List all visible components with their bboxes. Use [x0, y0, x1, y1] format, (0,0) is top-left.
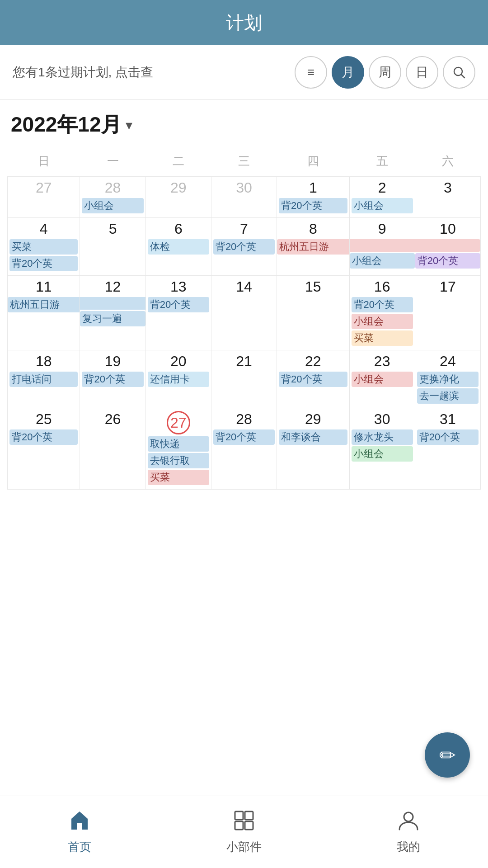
cal-cell-dec30[interactable]: 30 修水龙头 小组会 — [349, 408, 415, 490]
cal-cell-nov29[interactable]: 29 — [145, 177, 211, 218]
cal-cell-dec1[interactable]: 1 背20个英 — [277, 177, 349, 218]
event-dec16-3[interactable]: 买菜 — [352, 330, 413, 346]
cal-cell-dec9[interactable]: 9 小组会 — [349, 218, 415, 276]
week-view-button[interactable]: 周 — [369, 56, 401, 89]
event-dec12-1[interactable]: 复习一遍 — [80, 311, 145, 326]
weekday-wed: 三 — [211, 150, 277, 177]
event-dec29-1[interactable]: 和李谈合 — [279, 429, 347, 445]
cal-cell-dec19[interactable]: 19 背20个英 — [80, 350, 145, 408]
event-dec20-1[interactable]: 还信用卡 — [148, 372, 209, 387]
event-dec24-2[interactable]: 去一趟滨 — [417, 388, 479, 404]
cal-cell-dec27[interactable]: 27 取快递 去银行取 买菜 — [145, 408, 211, 490]
cal-cell-dec26[interactable]: 26 — [80, 408, 145, 490]
day-view-button[interactable]: 日 — [406, 56, 438, 89]
today-number: 27 — [167, 411, 190, 434]
cal-cell-dec11[interactable]: 11 杭州五日游 — [8, 276, 80, 350]
cal-cell-dec6[interactable]: 6 体检 — [145, 218, 211, 276]
event-dec4-1[interactable]: 买菜 — [9, 239, 78, 255]
event-dec23-1[interactable]: 小组会 — [352, 372, 413, 387]
event-dec30-2[interactable]: 小组会 — [352, 446, 413, 462]
weekday-fri: 五 — [349, 150, 415, 177]
event-dec8-hangzhou[interactable]: 杭州五日游 — [277, 239, 349, 255]
nav-profile[interactable]: 我的 — [397, 810, 420, 855]
calendar-row-4: 18 打电话问 19 背20个英 20 还信用卡 21 22 背20个英 — [8, 350, 481, 408]
nav-widgets-label: 小部件 — [226, 839, 262, 855]
event-dec2-1[interactable]: 小组会 — [352, 198, 413, 213]
event-dec10-1[interactable]: 背20个英 — [415, 253, 480, 269]
event-dec16-2[interactable]: 小组会 — [352, 314, 413, 329]
cal-cell-dec3[interactable]: 3 — [415, 177, 480, 218]
event-dec16-1[interactable]: 背20个英 — [352, 297, 413, 312]
cal-cell-dec15[interactable]: 15 — [277, 276, 349, 350]
event-dec28-1[interactable]: 背20个英 — [213, 429, 275, 445]
cal-cell-dec13[interactable]: 13 背20个英 — [145, 276, 211, 350]
event-dec9-1[interactable]: 小组会 — [350, 253, 415, 269]
event-dec11-hangzhou[interactable]: 杭州五日游 — [8, 297, 80, 312]
month-header[interactable]: 2022年12月 ▾ — [7, 111, 481, 139]
cal-cell-dec12[interactable]: 12 复习一遍 — [80, 276, 145, 350]
cal-cell-dec8[interactable]: 8 杭州五日游 — [277, 218, 349, 276]
event-nov28-1[interactable]: 小组会 — [82, 198, 143, 213]
event-dec18-1[interactable]: 打电话问 — [9, 372, 78, 387]
cal-cell-nov28[interactable]: 28 小组会 — [80, 177, 145, 218]
cal-cell-dec16[interactable]: 16 背20个英 小组会 买菜 — [349, 276, 415, 350]
calendar-area: 2022年12月 ▾ 日 一 二 三 四 五 六 27 28 小组 — [0, 100, 488, 490]
home-icon — [69, 810, 90, 836]
event-dec1-1[interactable]: 背20个英 — [279, 198, 347, 213]
calendar-row-5: 25 背20个英 26 27 取快递 去银行取 买菜 28 背20个英 29 — [8, 408, 481, 490]
cal-cell-dec7[interactable]: 7 背20个英 — [211, 218, 277, 276]
cal-cell-nov30[interactable]: 30 — [211, 177, 277, 218]
profile-icon — [398, 810, 419, 836]
cal-cell-dec24[interactable]: 24 更换净化 去一趟滨 — [415, 350, 480, 408]
search-button[interactable] — [443, 56, 475, 89]
nav-home-label: 首页 — [68, 839, 91, 855]
cal-cell-dec29[interactable]: 29 和李谈合 — [277, 408, 349, 490]
cal-cell-dec21[interactable]: 21 — [211, 350, 277, 408]
month-view-button[interactable]: 月 — [332, 56, 364, 89]
cal-cell-dec5[interactable]: 5 — [80, 218, 145, 276]
event-dec27-1[interactable]: 取快递 — [148, 436, 209, 452]
event-dec22-1[interactable]: 背20个英 — [279, 372, 347, 387]
cal-cell-dec4[interactable]: 4 买菜 背20个英 — [8, 218, 80, 276]
event-dec6-1[interactable]: 体检 — [148, 239, 209, 255]
event-dec13-1[interactable]: 背20个英 — [148, 297, 209, 312]
cal-cell-dec2[interactable]: 2 小组会 — [349, 177, 415, 218]
app-header: 计划 — [0, 0, 488, 45]
fab-add-button[interactable]: ✏ — [425, 732, 470, 778]
event-dec30-1[interactable]: 修水龙头 — [352, 429, 413, 445]
cal-cell-dec20[interactable]: 20 还信用卡 — [145, 350, 211, 408]
list-view-button[interactable]: ≡ — [295, 56, 327, 89]
cal-cell-dec18[interactable]: 18 打电话问 — [8, 350, 80, 408]
month-dropdown-arrow[interactable]: ▾ — [126, 117, 132, 133]
event-dec25-1[interactable]: 背20个英 — [9, 429, 78, 445]
cal-cell-dec28[interactable]: 28 背20个英 — [211, 408, 277, 490]
nav-home[interactable]: 首页 — [68, 810, 91, 855]
event-dec24-1[interactable]: 更换净化 — [417, 372, 479, 387]
cal-cell-nov27[interactable]: 27 — [8, 177, 80, 218]
event-dec7-1[interactable]: 背20个英 — [213, 239, 275, 255]
bottom-nav: 首页 小部件 我的 — [0, 796, 488, 868]
event-dec4-2[interactable]: 背20个英 — [9, 256, 78, 271]
cal-cell-dec14[interactable]: 14 — [211, 276, 277, 350]
event-dec27-2[interactable]: 去银行取 — [148, 453, 209, 468]
nav-profile-label: 我的 — [397, 839, 420, 855]
event-dec19-1[interactable]: 背20个英 — [82, 372, 143, 387]
fab-edit-icon: ✏ — [439, 744, 456, 767]
toolbar: 您有1条过期计划, 点击查 ≡ 月 周 日 — [0, 45, 488, 100]
svg-rect-3 — [245, 811, 253, 820]
cal-cell-dec10[interactable]: 10 背20个英 — [415, 218, 480, 276]
cal-cell-dec23[interactable]: 23 小组会 — [349, 350, 415, 408]
svg-point-6 — [404, 812, 413, 821]
event-dec27-3[interactable]: 买菜 — [148, 470, 209, 485]
cal-cell-dec22[interactable]: 22 背20个英 — [277, 350, 349, 408]
nav-widgets[interactable]: 小部件 — [226, 810, 262, 855]
weekday-tue: 二 — [145, 150, 211, 177]
weekday-sun: 日 — [8, 150, 80, 177]
cal-cell-dec25[interactable]: 25 背20个英 — [8, 408, 80, 490]
header-title: 计划 — [226, 10, 262, 35]
event-dec31-1[interactable]: 背20个英 — [417, 429, 479, 445]
weekday-thu: 四 — [277, 150, 349, 177]
cal-cell-dec17[interactable]: 17 — [415, 276, 480, 350]
cal-cell-dec31[interactable]: 31 背20个英 — [415, 408, 480, 490]
toolbar-notice: 您有1条过期计划, 点击查 — [13, 64, 287, 81]
